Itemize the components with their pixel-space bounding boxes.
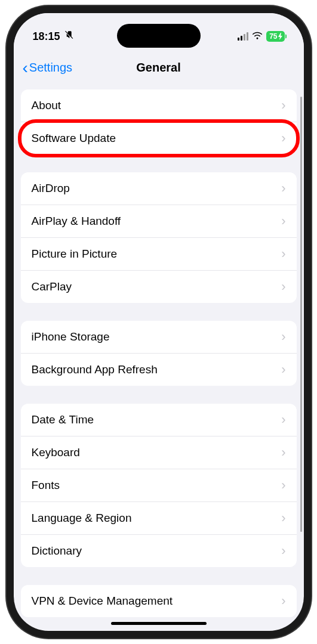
back-button[interactable]: ‹ Settings	[23, 60, 73, 76]
status-time: 18:15	[33, 30, 60, 43]
silent-icon	[64, 30, 73, 43]
phone-screen: 18:15	[14, 13, 304, 631]
row-background-app-refresh[interactable]: Background App Refresh ›	[21, 354, 297, 386]
row-label: Picture in Picture	[32, 247, 118, 261]
chevron-right-icon: ›	[281, 246, 285, 262]
nav-bar: ‹ Settings General	[14, 49, 304, 86]
row-label: AirPlay & Handoff	[32, 215, 121, 228]
wifi-icon	[252, 31, 263, 42]
settings-section: AirDrop › AirPlay & Handoff › Picture in…	[21, 172, 297, 303]
row-label: About	[32, 99, 61, 112]
chevron-right-icon: ›	[281, 478, 285, 493]
row-label: AirDrop	[32, 182, 70, 195]
chevron-right-icon: ›	[281, 213, 285, 229]
chevron-right-icon: ›	[281, 543, 285, 559]
settings-section: iPhone Storage › Background App Refresh …	[21, 321, 297, 386]
row-label: Language & Region	[32, 512, 132, 525]
row-keyboard[interactable]: Keyboard ›	[21, 436, 297, 469]
chevron-right-icon: ›	[281, 329, 285, 345]
chevron-right-icon: ›	[281, 362, 285, 377]
row-iphone-storage[interactable]: iPhone Storage ›	[21, 321, 297, 354]
chevron-left-icon: ‹	[23, 60, 28, 76]
page-title: General	[136, 61, 180, 75]
row-label: Keyboard	[32, 446, 80, 459]
row-label: Background App Refresh	[32, 363, 158, 376]
status-left: 18:15	[33, 30, 73, 43]
home-indicator[interactable]	[111, 622, 207, 625]
chevron-right-icon: ›	[281, 412, 285, 428]
settings-section: VPN & Device Management ›	[21, 585, 297, 617]
back-label: Settings	[29, 61, 72, 75]
row-label: VPN & Device Management	[32, 595, 173, 608]
row-vpn-device-management[interactable]: VPN & Device Management ›	[21, 585, 297, 617]
chevron-right-icon: ›	[281, 593, 285, 609]
row-airplay-handoff[interactable]: AirPlay & Handoff ›	[21, 205, 297, 238]
row-software-update[interactable]: Software Update ›	[21, 122, 297, 154]
row-carplay[interactable]: CarPlay ›	[21, 271, 297, 303]
chevron-right-icon: ›	[281, 510, 285, 526]
chevron-right-icon: ›	[281, 98, 285, 113]
scroll-indicator[interactable]	[300, 97, 302, 532]
chevron-right-icon: ›	[281, 181, 285, 196]
content-area[interactable]: About › Software Update › AirDrop › AirP…	[14, 86, 304, 621]
row-picture-in-picture[interactable]: Picture in Picture ›	[21, 238, 297, 271]
row-label: Dictionary	[32, 544, 82, 558]
battery-percent: 75	[269, 32, 277, 41]
phone-frame: 18:15	[7, 6, 311, 638]
row-about[interactable]: About ›	[21, 89, 297, 122]
settings-section: Date & Time › Keyboard › Fonts › Languag…	[21, 404, 297, 567]
dynamic-island	[117, 24, 201, 48]
chevron-right-icon: ›	[281, 131, 285, 146]
row-airdrop[interactable]: AirDrop ›	[21, 172, 297, 205]
row-label: Fonts	[32, 479, 60, 492]
row-language-region[interactable]: Language & Region ›	[21, 502, 297, 535]
row-label: Software Update	[32, 132, 116, 145]
status-right: 75	[238, 31, 284, 42]
settings-section: About › Software Update ›	[21, 89, 297, 154]
row-label: Date & Time	[32, 413, 94, 426]
row-dictionary[interactable]: Dictionary ›	[21, 535, 297, 567]
row-label: CarPlay	[32, 280, 72, 293]
row-fonts[interactable]: Fonts ›	[21, 469, 297, 502]
battery-indicator: 75	[266, 31, 284, 42]
chevron-right-icon: ›	[281, 279, 285, 295]
row-label: iPhone Storage	[32, 330, 110, 343]
row-date-time[interactable]: Date & Time ›	[21, 404, 297, 436]
cellular-icon	[238, 32, 248, 41]
chevron-right-icon: ›	[281, 445, 285, 460]
